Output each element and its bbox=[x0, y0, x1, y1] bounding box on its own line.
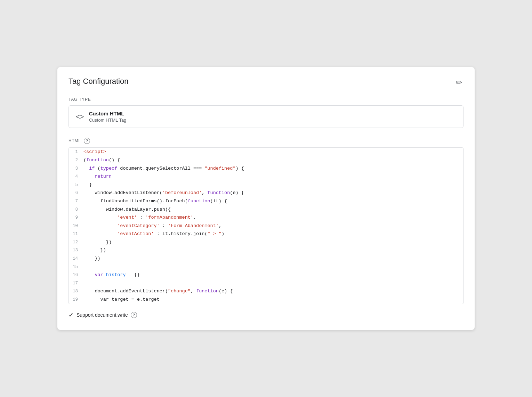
line-code: var history = {} bbox=[83, 271, 463, 279]
code-line: 7 findUnsubmittedForms().forEach(functio… bbox=[69, 197, 463, 205]
line-code: window.addEventListener('beforeunload', … bbox=[83, 189, 463, 197]
line-number: 10 bbox=[69, 222, 83, 230]
code-line: 6 window.addEventListener('beforeunload'… bbox=[69, 189, 463, 197]
line-number: 5 bbox=[69, 181, 83, 189]
line-number: 18 bbox=[69, 287, 83, 295]
line-code: findUnsubmittedForms().forEach(function(… bbox=[83, 197, 463, 205]
tag-sub: Custom HTML Tag bbox=[89, 118, 127, 123]
line-number: 3 bbox=[69, 165, 83, 172]
line-code bbox=[83, 279, 463, 287]
code-line: 19 var target = e.target bbox=[69, 295, 463, 304]
tag-type-box[interactable]: <> Custom HTML Custom HTML Tag bbox=[68, 105, 464, 128]
line-code: }) bbox=[83, 254, 463, 263]
footer-row: ✓ Support document.write ? bbox=[68, 310, 464, 319]
html-help-icon[interactable]: ? bbox=[84, 138, 90, 144]
card-header: Tag Configuration ✏ bbox=[68, 77, 464, 89]
line-number: 16 bbox=[69, 271, 83, 279]
code-line: 16 var history = {} bbox=[69, 271, 463, 279]
line-number: 13 bbox=[69, 246, 83, 254]
line-number: 19 bbox=[69, 296, 83, 303]
code-icon: <> bbox=[76, 112, 83, 121]
line-number: 14 bbox=[69, 255, 83, 262]
code-editor[interactable]: 1<script>2(function() {3 if (typeof docu… bbox=[68, 147, 464, 304]
line-code: }) bbox=[83, 238, 463, 246]
line-number: 12 bbox=[69, 238, 83, 246]
code-line: 13 }) bbox=[69, 246, 463, 254]
line-code: 'event' : 'formAbandonment', bbox=[83, 213, 463, 222]
tag-name: Custom HTML bbox=[89, 111, 127, 116]
line-code: 'eventCategory' : 'Form Abandonment', bbox=[83, 222, 463, 230]
line-code: <script> bbox=[83, 148, 463, 156]
line-code: } bbox=[83, 181, 463, 189]
checkmark-icon: ✓ bbox=[68, 311, 74, 319]
line-number: 4 bbox=[69, 173, 83, 180]
line-number: 1 bbox=[69, 148, 83, 156]
html-label: HTML bbox=[68, 138, 81, 143]
code-line: 18 document.addEventListener("change", f… bbox=[69, 287, 463, 295]
edit-icon[interactable]: ✏ bbox=[454, 77, 464, 89]
line-code: document.addEventListener("change", func… bbox=[83, 287, 463, 295]
code-line: 11 'eventAction' : it.history.join(" > "… bbox=[69, 230, 463, 238]
line-code: if (typeof document.querySelectorAll ===… bbox=[83, 164, 463, 173]
line-number: 6 bbox=[69, 189, 83, 197]
code-line: 10 'eventCategory' : 'Form Abandonment', bbox=[69, 222, 463, 230]
tag-configuration-card: Tag Configuration ✏ Tag Type <> Custom H… bbox=[57, 67, 475, 330]
line-code: return bbox=[83, 172, 463, 181]
code-line: 9 'event' : 'formAbandonment', bbox=[69, 213, 463, 222]
tag-type-label: Tag Type bbox=[68, 97, 464, 102]
line-number: 8 bbox=[69, 206, 83, 213]
code-line: 1<script> bbox=[69, 148, 463, 156]
code-line: 15 bbox=[69, 263, 463, 271]
footer-help-icon[interactable]: ? bbox=[131, 312, 137, 318]
code-line: 2(function() { bbox=[69, 156, 463, 164]
code-line: 4 return bbox=[69, 172, 463, 181]
line-number: 17 bbox=[69, 279, 83, 287]
code-line: 12 }) bbox=[69, 238, 463, 246]
code-line: 5 } bbox=[69, 181, 463, 189]
html-label-row: HTML ? bbox=[68, 138, 464, 144]
support-doc-write-label: Support document.write bbox=[76, 312, 128, 318]
card-title: Tag Configuration bbox=[68, 77, 128, 86]
line-code: }) bbox=[83, 246, 463, 254]
line-number: 9 bbox=[69, 214, 83, 221]
line-code: var target = e.target bbox=[83, 295, 463, 304]
tag-type-info: Custom HTML Custom HTML Tag bbox=[89, 111, 127, 123]
code-line: 14 }) bbox=[69, 254, 463, 263]
code-line: 17 bbox=[69, 279, 463, 287]
line-code: (function() { bbox=[83, 156, 463, 164]
code-line: 8 window.dataLayer.push({ bbox=[69, 205, 463, 214]
line-code bbox=[83, 263, 463, 271]
line-code: 'eventAction' : it.history.join(" > ") bbox=[83, 230, 463, 238]
line-code: window.dataLayer.push({ bbox=[83, 205, 463, 214]
code-line: 3 if (typeof document.querySelectorAll =… bbox=[69, 164, 463, 173]
line-number: 7 bbox=[69, 197, 83, 205]
line-number: 11 bbox=[69, 230, 83, 238]
line-number: 2 bbox=[69, 156, 83, 164]
line-number: 15 bbox=[69, 263, 83, 271]
